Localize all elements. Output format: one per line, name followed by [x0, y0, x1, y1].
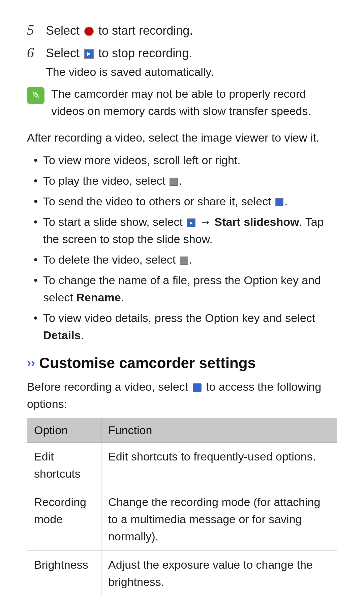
bullet-item-7: To view video details, press the Option …: [34, 309, 337, 344]
step-number-5: 5: [27, 20, 40, 40]
table-cell-option-1: Edit shortcuts: [27, 442, 101, 488]
record-icon: [84, 27, 94, 36]
slideshow-icon-bullet: [187, 218, 195, 227]
bullet-item-4: To start a slide show, select → Start sl…: [34, 213, 337, 248]
step-number-6: 6: [27, 43, 40, 63]
note-box: The camcorder may not be able to properl…: [27, 85, 337, 120]
section-heading-text: Customise camcorder settings: [39, 355, 256, 371]
bullet-item-2: To play the video, select .: [34, 172, 337, 189]
section-intro: Before recording a video, select to acce…: [27, 378, 337, 413]
share-icon-bullet: [275, 198, 283, 206]
section-heading: ›› Customise camcorder settings: [27, 355, 337, 371]
after-recording-text: After recording a video, select the imag…: [27, 129, 337, 146]
table-header-option: Option: [27, 418, 101, 442]
table-header-function: Function: [101, 418, 337, 442]
table-row: Brightness Adjust the exposure value to …: [27, 550, 337, 596]
gear-icon: [193, 383, 202, 392]
step-6-text: Select to stop recording.: [46, 45, 192, 62]
saved-text: The video is saved automatically.: [46, 65, 337, 79]
note-icon: [27, 87, 44, 104]
bullet-item-3: To send the video to others or share it,…: [34, 193, 337, 210]
note-content: The camcorder may not be able to properl…: [51, 85, 337, 120]
table-cell-option-3: Brightness: [27, 550, 101, 596]
settings-table: Option Function Edit shortcuts Edit shor…: [27, 418, 337, 597]
table-cell-function-2: Change the recording mode (for attaching…: [101, 488, 337, 550]
play-icon-bullet: [170, 178, 178, 186]
table-cell-option-2: Recordingmode: [27, 488, 101, 550]
bullet-item-5: To delete the video, select .: [34, 251, 337, 268]
table-cell-function-1: Edit shortcuts to frequently-used option…: [101, 442, 337, 488]
trash-icon-bullet: [180, 257, 188, 265]
table-row: Edit shortcuts Edit shortcuts to frequen…: [27, 442, 337, 488]
step-5: 5 Select to start recording.: [27, 20, 337, 40]
chevron-icon: ››: [27, 356, 35, 370]
stop-icon: [84, 49, 94, 59]
bullet-list: To view more videos, scroll left or righ…: [27, 152, 337, 344]
table-row: Recordingmode Change the recording mode …: [27, 488, 337, 550]
bullet-item-1: To view more videos, scroll left or righ…: [34, 152, 337, 169]
step-5-text: Select to start recording.: [46, 22, 193, 39]
table-cell-function-3: Adjust the exposure value to change the …: [101, 550, 337, 596]
table-header-row: Option Function: [27, 418, 337, 442]
step-6: 6 Select to stop recording.: [27, 43, 337, 63]
bullet-item-6: To change the name of a file, press the …: [34, 272, 337, 306]
